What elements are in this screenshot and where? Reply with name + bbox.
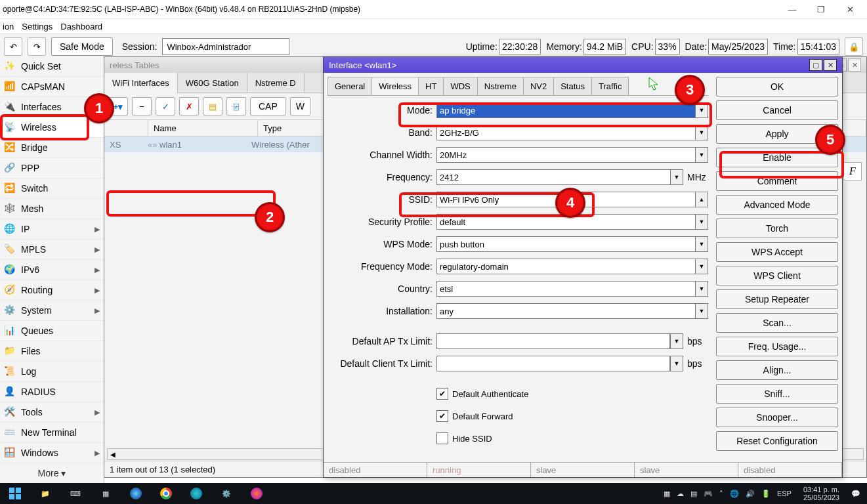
- cancel-button[interactable]: Cancel: [716, 100, 838, 120]
- frequency-mode-field[interactable]: regulatory-domain: [436, 259, 696, 274]
- tab-nstreme-dual[interactable]: Nstreme D: [247, 73, 305, 93]
- sidebar-item-new-terminal[interactable]: ⌨️New Terminal: [0, 423, 104, 443]
- sidebar-item-wireless[interactable]: 📡Wireless: [0, 117, 104, 138]
- default-forward-checkbox[interactable]: ✔: [436, 410, 448, 422]
- tray-lang[interactable]: ESP: [777, 490, 792, 497]
- tab-nv2[interactable]: NV2: [523, 77, 554, 95]
- tray-chevron-up-icon[interactable]: ˄: [719, 490, 723, 498]
- channel-width-dropdown[interactable]: ▼: [696, 147, 708, 163]
- frequency-dropdown[interactable]: ▼: [671, 169, 683, 185]
- torch-button[interactable]: Torch: [716, 219, 838, 238]
- maximize-button[interactable]: ❐: [807, 0, 835, 18]
- tray-battery-icon[interactable]: 🔋: [761, 490, 771, 498]
- wps-mode-field[interactable]: push button: [436, 236, 696, 252]
- tray-network-icon[interactable]: 🌐: [730, 490, 739, 498]
- minimize-button[interactable]: —: [778, 0, 807, 18]
- default-ap-tx-down[interactable]: ▼: [670, 333, 683, 349]
- channel-width-field[interactable]: 20MHz: [436, 147, 696, 163]
- remove-button[interactable]: −: [132, 97, 152, 116]
- hide-ssid-checkbox[interactable]: [436, 432, 448, 444]
- menu-settings[interactable]: Settings: [22, 22, 53, 32]
- freq-usage-button[interactable]: Freq. Usage...: [716, 337, 838, 356]
- task-firefox[interactable]: [242, 483, 272, 504]
- default-client-tx-down[interactable]: ▼: [670, 356, 683, 371]
- snooper-button[interactable]: Snooper...: [716, 408, 838, 427]
- ssid-up[interactable]: ▲: [696, 192, 708, 207]
- security-profile-dropdown[interactable]: ▼: [696, 214, 708, 230]
- enable-button[interactable]: ✓: [156, 97, 175, 116]
- wps-client-button[interactable]: WPS Client: [716, 266, 838, 285]
- sidebar-item-tools[interactable]: 🛠️Tools▶: [0, 402, 104, 423]
- tray-icon[interactable]: ▦: [664, 490, 670, 498]
- maximize-icon[interactable]: ▢: [809, 59, 822, 71]
- task-cmd[interactable]: ⌨: [60, 483, 91, 504]
- tab-traffic[interactable]: Traffic: [591, 77, 629, 95]
- sidebar-item-ppp[interactable]: 🔗PPP: [0, 158, 104, 178]
- sidebar-item-ip[interactable]: 🌐IP▶: [0, 219, 104, 240]
- country-dropdown[interactable]: ▼: [696, 281, 708, 297]
- taskbar[interactable]: 📁 ⌨ ▦ ⚙️ ▦ ☁ ▤ 🎮 ˄ 🌐 🔊 🔋 ESP 03:41 p. m.…: [0, 483, 867, 504]
- sidebar-item-ipv6[interactable]: 🌍IPv6▶: [0, 260, 104, 280]
- tab-nstreme[interactable]: Nstreme: [477, 77, 524, 95]
- lock-icon[interactable]: 🔒: [845, 37, 863, 56]
- sidebar-item-files[interactable]: 📁Files: [0, 341, 104, 362]
- tab-wds[interactable]: WDS: [443, 77, 477, 95]
- tray-icon[interactable]: ▤: [690, 490, 697, 498]
- sidebar-item-radius[interactable]: 👤RADIUS: [0, 382, 104, 402]
- task-chrome[interactable]: [151, 483, 181, 504]
- sidebar-more[interactable]: More ▾: [0, 463, 104, 483]
- undo-button[interactable]: ↶: [4, 37, 22, 56]
- system-tray[interactable]: ▦ ☁ ▤ 🎮 ˄ 🌐 🔊 🔋 ESP 03:41 p. m. 25/05/20…: [664, 486, 867, 501]
- sidebar-item-queues[interactable]: 📊Queues: [0, 321, 104, 341]
- task-explorer[interactable]: 📁: [30, 483, 60, 504]
- close-icon[interactable]: ✕: [824, 59, 837, 71]
- ok-button[interactable]: OK: [716, 77, 838, 96]
- find-button[interactable]: F: [843, 162, 862, 180]
- disable-button[interactable]: ✗: [179, 97, 199, 116]
- task-gray[interactable]: ▦: [91, 483, 121, 504]
- cap-button[interactable]: CAP: [250, 97, 286, 116]
- wps-mode-dropdown[interactable]: ▼: [696, 236, 708, 252]
- close-button[interactable]: ✕: [835, 0, 864, 18]
- wps-button[interactable]: W: [290, 97, 310, 116]
- tab-w60g-station[interactable]: W60G Station: [178, 73, 247, 93]
- col-name[interactable]: Name: [148, 120, 258, 136]
- sidebar-item-windows[interactable]: 🪟Windows▶: [0, 443, 104, 463]
- align-button[interactable]: Align...: [716, 360, 838, 380]
- frequency-field[interactable]: 2412: [436, 169, 671, 185]
- sidebar-item-mpls[interactable]: 🏷️MPLS▶: [0, 240, 104, 260]
- interface-titlebar[interactable]: Interface <wlan1> ▢ ✕: [324, 57, 842, 73]
- tab-wireless[interactable]: Wireless: [371, 77, 419, 95]
- mode-field[interactable]: ap bridge: [436, 102, 696, 118]
- tray-icon[interactable]: 🎮: [704, 490, 713, 498]
- sidebar-item-routing[interactable]: 🧭Routing▶: [0, 280, 104, 301]
- tray-notifications-icon[interactable]: 💬: [851, 490, 860, 498]
- band-dropdown[interactable]: ▼: [696, 125, 708, 140]
- installation-dropdown[interactable]: ▼: [696, 303, 708, 319]
- sidebar-item-log[interactable]: 📜Log: [0, 362, 104, 382]
- sniff-button[interactable]: Sniff...: [716, 384, 838, 404]
- setup-repeater-button[interactable]: Setup Repeater: [716, 289, 838, 309]
- task-edge[interactable]: [181, 483, 211, 504]
- comment-button[interactable]: Comment: [716, 171, 838, 191]
- tray-clock[interactable]: 03:41 p. m. 25/05/2023: [798, 486, 845, 501]
- tray-volume-icon[interactable]: 🔊: [746, 490, 755, 498]
- start-button[interactable]: [0, 483, 30, 504]
- wps-accept-button[interactable]: WPS Accept: [716, 242, 838, 262]
- country-field[interactable]: etsi: [436, 281, 696, 297]
- menu-dashboard[interactable]: Dashboard: [60, 22, 102, 32]
- default-ap-tx-field[interactable]: [436, 333, 670, 349]
- comment-button[interactable]: ▤: [203, 97, 222, 116]
- tab-status[interactable]: Status: [553, 77, 592, 95]
- sidebar-item-capsman[interactable]: 📶CAPsMAN: [0, 77, 104, 97]
- redo-button[interactable]: ↷: [28, 37, 46, 56]
- filter-button[interactable]: ⍯: [226, 97, 246, 116]
- band-field[interactable]: 2GHz-B/G: [436, 125, 696, 140]
- menu-ion[interactable]: ion: [3, 22, 14, 32]
- task-winbox[interactable]: [121, 483, 151, 504]
- installation-field[interactable]: any: [436, 303, 696, 319]
- task-settings[interactable]: ⚙️: [211, 483, 242, 504]
- tab-wifi-interfaces[interactable]: WiFi Interfaces: [104, 73, 178, 93]
- mode-dropdown[interactable]: ▼: [696, 102, 708, 118]
- tab-ht[interactable]: HT: [418, 77, 444, 95]
